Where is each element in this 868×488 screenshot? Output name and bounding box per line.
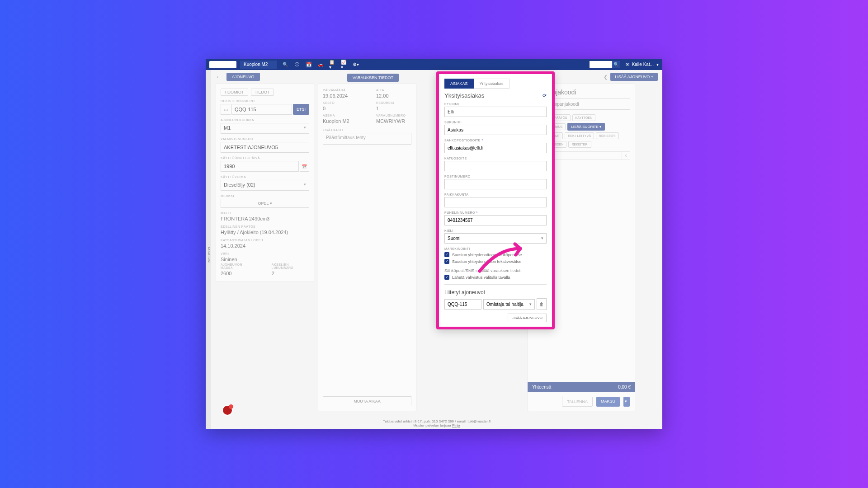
label-class: AJONEUVOLUOKKA xyxy=(221,118,309,122)
label-marketing: MARKKINOINTI xyxy=(444,247,547,250)
save-button[interactable]: TALLENNA xyxy=(562,397,593,407)
footer-line2a: Muster-palvelun tarjoaa xyxy=(413,423,452,427)
firstname-input[interactable] xyxy=(444,107,547,117)
label-email: SÄHKÖPOSTIOSOITE * xyxy=(444,139,547,142)
chip[interactable]: REKISTERI xyxy=(596,132,619,139)
change-time-button[interactable]: MUUTA AIKAA xyxy=(323,396,411,406)
label-vin: VALMISTENUMERO xyxy=(221,137,309,141)
label-lastname: SUKUNIMI xyxy=(444,121,547,124)
clipboard-icon[interactable]: 📋▾ xyxy=(329,61,335,68)
vin-input[interactable] xyxy=(221,142,309,153)
totals-label: Yhteensä xyxy=(532,385,551,389)
top-search-input[interactable] xyxy=(590,61,612,68)
chip[interactable]: REKISTERI xyxy=(568,141,591,148)
vehicle-panel: HUOMIOT TIEDOT REKISTERINUMERO ▭ ETSI AJ… xyxy=(216,84,314,282)
label-reg: REKISTERINUMERO xyxy=(221,99,309,103)
station-value: Kuopion M2 xyxy=(323,118,358,124)
linked-role-select[interactable]: Omistaja tai haltija xyxy=(483,299,535,310)
label-year: KÄYTTÖÖNOTTOPÄIVÄ xyxy=(221,156,309,160)
notification-badge-icon[interactable] xyxy=(222,405,233,416)
label-zip: POSTINUMERO xyxy=(444,175,547,178)
label-model: MALLI xyxy=(221,211,309,215)
label-res: RESURSSI xyxy=(376,101,411,104)
tab-huomiot[interactable]: HUOMIOT xyxy=(221,89,248,96)
mail-icon[interactable]: ✉ xyxy=(626,62,629,67)
label-dur: KESTO xyxy=(323,101,358,104)
search-icon[interactable]: 🔍 xyxy=(282,61,288,68)
modal-title: Yksityisasiakas xyxy=(444,92,484,99)
checkbox-email-consent[interactable]: ✓Suostun yhteydenottoon sähköpostitse xyxy=(444,252,547,257)
chart-icon[interactable]: 📈▾ xyxy=(341,61,347,68)
zip-input[interactable] xyxy=(444,179,547,189)
class-select[interactable]: M1 xyxy=(221,123,309,134)
brand-select[interactable]: OPEL ▾ xyxy=(221,199,309,208)
user-menu[interactable]: ✉ Kalle Kat... ▾ xyxy=(626,62,659,67)
checkbox-sms-consent[interactable]: ✓Suostun yhteydenottoon tekstiviestitse xyxy=(444,259,547,264)
city-input[interactable] xyxy=(444,197,547,207)
add-suorite-button[interactable]: LISÄÄ SUORITE ▾ xyxy=(567,123,605,131)
label-brand: MERKKI xyxy=(221,194,309,197)
linked-vehicles-title: Liitetyt ajoneuvot xyxy=(444,289,547,296)
label-color: VÄRI xyxy=(221,252,309,255)
res-value: 1 xyxy=(376,106,411,111)
footer-link[interactable]: Pinja xyxy=(452,423,460,427)
top-search[interactable]: 🔍 xyxy=(590,61,620,68)
footer: Tukipalvelut arkisin 8-17, puh: 010 3472… xyxy=(211,418,662,429)
label-date: PÄIVÄMÄÄRÄ xyxy=(323,89,358,92)
linked-reg-input[interactable] xyxy=(444,299,481,310)
chip[interactable]: REK.I LIITTYVÄ xyxy=(565,132,594,139)
date-value: 19.06.2024 xyxy=(323,93,358,99)
car-icon[interactable]: 🚗 xyxy=(317,61,324,68)
model-value: FRONTERA 2490cm3 xyxy=(221,216,309,221)
pay-dropdown-icon[interactable]: ▾ xyxy=(623,397,630,407)
pay-button[interactable]: MAKSU xyxy=(596,397,620,407)
confirmation-note: Sähköposti/SMS sisältää varauksen tiedot… xyxy=(444,268,547,273)
calendar-picker-icon[interactable]: 📅 xyxy=(300,161,309,172)
axles-value: 2 xyxy=(272,271,309,276)
calendar-icon[interactable]: 📅 xyxy=(306,61,312,68)
bno-value: MCWRIYWR xyxy=(376,118,411,124)
back-arrow-icon[interactable]: ← xyxy=(216,73,222,80)
add-linked-vehicle-button[interactable]: LISÄÄ AJONEUVO xyxy=(508,314,547,322)
label-station: ASEMA xyxy=(323,114,358,117)
tab-ajoneuvo[interactable]: AJONEUVO xyxy=(226,73,260,81)
reg-input[interactable] xyxy=(231,104,292,115)
address-input[interactable] xyxy=(444,161,547,171)
location-select[interactable]: Kuopion M2 xyxy=(240,61,277,69)
prev-value: Hylätty / Ajokielto (19.04.2024) xyxy=(221,230,309,235)
label-time: AIKA xyxy=(376,89,411,92)
left-rail[interactable]: TAKAISIN xyxy=(206,70,211,429)
year-input[interactable] xyxy=(221,161,299,172)
tab-tiedot[interactable]: TIEDOT xyxy=(251,89,274,96)
tab-yritys[interactable]: Yritysasiakas xyxy=(474,79,509,89)
chip[interactable]: KÄYTTÖEN xyxy=(572,114,596,121)
gear-icon[interactable]: ⚙▾ xyxy=(353,61,359,68)
mass-value: 2600 xyxy=(221,271,254,276)
reg-prefix-icon: ▭ xyxy=(221,104,231,115)
tab-asiakas[interactable]: ASIAKAS xyxy=(444,79,474,89)
delete-linked-icon[interactable]: 🗑 xyxy=(537,298,547,310)
lastname-input[interactable] xyxy=(444,125,547,135)
logo xyxy=(209,61,236,68)
search-reg-button[interactable]: ETSI xyxy=(293,104,309,115)
topbar: Kuopion M2 🔍 ⓘ 📅 🚗 📋▾ 📈▾ ⚙▾ 🔍 ✉ Kalle Ka… xyxy=(206,59,662,70)
add-vehicle-button[interactable]: LISÄÄ AJONEUVO + xyxy=(610,73,658,81)
lang-select[interactable]: Suomi xyxy=(444,233,547,244)
label-bno: VARAUSNUMERO xyxy=(376,114,411,117)
checkbox-send-confirmation[interactable]: ✓Lähetä vahvistus valitulla tavalla xyxy=(444,275,547,280)
extra-textarea[interactable]: Päästömittaus tehty xyxy=(323,133,411,145)
dur-value: 0 xyxy=(323,106,358,111)
user-name: Kalle Kat... xyxy=(632,62,654,67)
refresh-icon[interactable]: ⟳ xyxy=(542,93,547,99)
tab-varaus[interactable]: VARAUKSEN TIEDOT xyxy=(347,74,399,82)
email-input[interactable] xyxy=(444,143,547,153)
label-insp: KATSASTUSAJAN LOPPU xyxy=(221,239,309,242)
phone-input[interactable] xyxy=(444,215,547,225)
power-select[interactable]: Dieselöljy (02) xyxy=(221,180,309,191)
top-search-button[interactable]: 🔍 xyxy=(612,61,620,68)
chevron-down-icon: ▾ xyxy=(656,62,659,67)
customer-modal: ASIAKAS Yritysasiakas Yksityisasiakas ⟳ … xyxy=(436,71,555,329)
label-city: PAIKKAKUNTA xyxy=(444,193,547,196)
info-icon[interactable]: ⓘ xyxy=(294,61,300,68)
prev-arrow-icon[interactable]: ❮ xyxy=(604,74,608,80)
